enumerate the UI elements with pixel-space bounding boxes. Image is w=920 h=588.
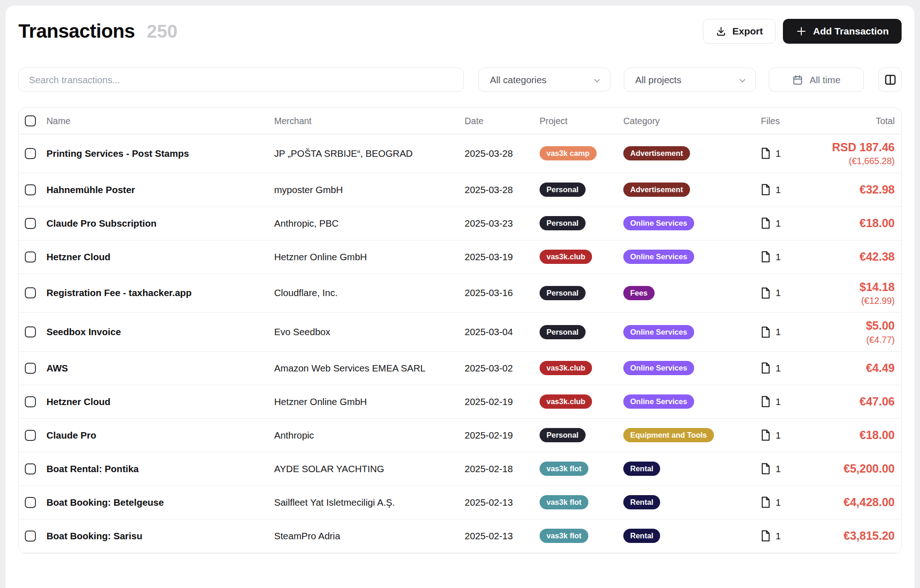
file-count: 1 <box>776 430 781 441</box>
row-checkbox-cell <box>19 287 46 298</box>
table-row[interactable]: Boat Booking: Betelgeuse Sailfleet Yat I… <box>19 486 901 519</box>
col-date[interactable]: Date <box>465 116 540 126</box>
row-checkbox[interactable] <box>25 184 36 195</box>
table-row[interactable]: Boat Rental: Pontika AYDE SOLAR YACHTING… <box>19 452 901 486</box>
row-total-cell: €18.00 <box>816 216 901 230</box>
row-category-cell: Online Services <box>623 250 761 264</box>
row-project-cell: vas3k flot <box>540 529 623 543</box>
col-merchant[interactable]: Merchant <box>274 116 465 126</box>
download-icon <box>716 26 726 37</box>
row-checkbox[interactable] <box>25 363 36 374</box>
project-badge: vas3k flot <box>540 529 588 543</box>
row-checkbox[interactable] <box>25 218 36 229</box>
category-filter[interactable]: All categories <box>478 68 610 92</box>
file-icon <box>761 396 770 407</box>
col-project[interactable]: Project <box>540 116 623 126</box>
file-count: 1 <box>776 396 781 407</box>
select-all-checkbox[interactable] <box>25 115 36 126</box>
row-files-cell: 1 <box>761 217 816 229</box>
project-badge: Personal <box>540 325 586 339</box>
row-category-cell: Rental <box>623 529 761 543</box>
add-transaction-label: Add Transaction <box>813 26 889 37</box>
row-files-cell: 1 <box>761 184 816 195</box>
row-checkbox[interactable] <box>25 148 36 159</box>
file-icon <box>761 287 770 299</box>
category-badge: Online Services <box>623 325 694 339</box>
row-checkbox-cell <box>19 463 46 474</box>
table-body: Printing Services - Post Stamps JP „POŠT… <box>19 134 901 553</box>
table-row[interactable]: Boat Booking: Sarisu SteamPro Adria 2025… <box>19 519 901 553</box>
row-name: Boat Rental: Pontika <box>46 463 274 474</box>
row-merchant: myposter GmbH <box>274 184 465 195</box>
row-total-cell: €32.98 <box>816 183 901 197</box>
export-button[interactable]: Export <box>703 19 776 44</box>
row-merchant: AYDE SOLAR YACHTING <box>274 463 465 474</box>
row-name: AWS <box>46 363 274 374</box>
row-total: €42.38 <box>816 250 895 264</box>
file-count: 1 <box>776 363 781 374</box>
row-checkbox-cell <box>19 396 46 407</box>
table-row[interactable]: Hetzner Cloud Hetzner Online GmbH 2025-0… <box>19 240 901 274</box>
category-badge: Online Services <box>623 394 694 409</box>
table-row[interactable]: Hetzner Cloud Hetzner Online GmbH 2025-0… <box>19 385 901 419</box>
row-checkbox[interactable] <box>25 287 36 298</box>
file-count: 1 <box>776 497 781 508</box>
row-total: €32.98 <box>816 183 895 197</box>
row-checkbox[interactable] <box>25 497 36 508</box>
col-name[interactable]: Name <box>46 116 274 126</box>
row-project-cell: Personal <box>540 428 623 442</box>
row-date: 2025-02-18 <box>465 463 540 474</box>
date-range-filter[interactable]: All time <box>769 68 864 92</box>
col-category[interactable]: Category <box>623 116 761 126</box>
transactions-table: Name Merchant Date Project Category File… <box>18 108 902 554</box>
row-category-cell: Advertisement <box>623 183 761 197</box>
row-project-cell: Personal <box>540 216 623 230</box>
row-checkbox[interactable] <box>25 251 36 263</box>
file-icon <box>761 497 770 508</box>
row-files-cell: 1 <box>761 326 816 338</box>
table-row[interactable]: Claude Pro Anthropic 2025-02-19 Personal… <box>19 419 901 452</box>
row-checkbox[interactable] <box>25 396 36 407</box>
row-total: €5,200.00 <box>816 462 895 476</box>
table-row[interactable]: Claude Pro Subscription Anthropic, PBC 2… <box>19 207 901 240</box>
col-files[interactable]: Files <box>761 116 816 126</box>
table-row[interactable]: Registration Fee - taxhacker.app Cloudfl… <box>19 274 901 313</box>
table-row[interactable]: Hahnemühle Poster myposter GmbH 2025-03-… <box>19 173 901 207</box>
category-badge: Advertisement <box>623 146 690 160</box>
file-icon <box>761 429 770 441</box>
row-total: €18.00 <box>816 216 895 230</box>
row-date: 2025-02-13 <box>465 497 540 508</box>
project-filter[interactable]: All projects <box>624 68 756 92</box>
category-badge: Online Services <box>623 250 694 264</box>
row-date: 2025-03-28 <box>465 184 540 195</box>
col-total[interactable]: Total <box>816 116 901 126</box>
row-merchant: Hetzner Online GmbH <box>274 251 465 263</box>
row-merchant: SteamPro Adria <box>274 531 465 542</box>
row-date: 2025-03-04 <box>465 326 540 337</box>
project-badge: vas3k camp <box>540 146 597 160</box>
add-transaction-button[interactable]: Add Transaction <box>783 19 902 44</box>
row-merchant: Evo Seedbox <box>274 326 465 337</box>
file-icon <box>761 217 770 229</box>
file-count: 1 <box>776 326 781 337</box>
category-badge: Online Services <box>623 361 694 375</box>
row-checkbox[interactable] <box>25 430 36 441</box>
file-count: 1 <box>776 287 781 298</box>
row-total-cell: €47.06 <box>816 394 901 409</box>
table-row[interactable]: Printing Services - Post Stamps JP „POŠT… <box>19 134 901 173</box>
row-checkbox[interactable] <box>25 531 36 542</box>
project-badge: vas3k flot <box>540 462 588 476</box>
row-total: $5.00 <box>816 319 895 333</box>
project-badge: Personal <box>540 428 586 442</box>
row-project-cell: vas3k camp <box>540 146 623 160</box>
column-toggle-button[interactable] <box>879 68 902 92</box>
row-checkbox[interactable] <box>25 326 36 337</box>
table-row[interactable]: Seedbox Invoice Evo Seedbox 2025-03-04 P… <box>19 313 901 352</box>
row-project-cell: vas3k flot <box>540 495 623 509</box>
row-total-cell: €42.38 <box>816 250 901 264</box>
table-row[interactable]: AWS Amazon Web Services EMEA SARL 2025-0… <box>19 352 901 385</box>
search-input[interactable] <box>18 68 464 92</box>
row-total-cell: RSD 187.46 (€1,665.28) <box>816 140 901 167</box>
header-actions: Export Add Transaction <box>703 19 902 44</box>
row-checkbox[interactable] <box>25 463 36 474</box>
